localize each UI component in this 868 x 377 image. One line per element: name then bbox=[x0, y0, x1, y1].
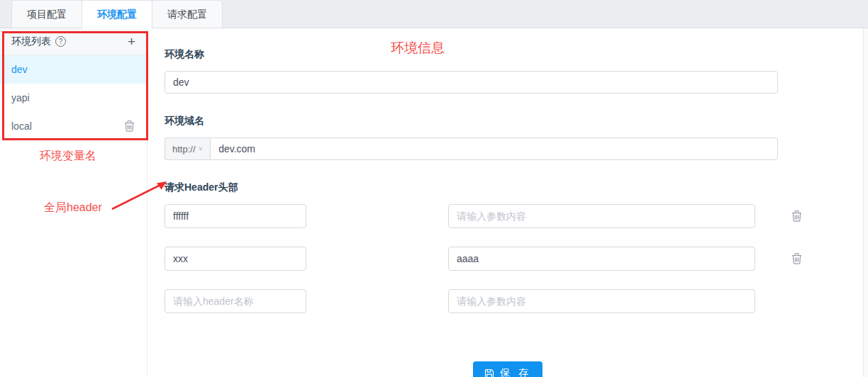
env-item-dev[interactable]: dev bbox=[0, 55, 147, 84]
protocol-value: http:// bbox=[172, 144, 196, 154]
env-item-yapi[interactable]: yapi bbox=[0, 84, 147, 112]
chevron-down-icon: ∨ bbox=[199, 146, 204, 152]
header-name-input-0[interactable] bbox=[165, 204, 306, 228]
delete-environment-icon[interactable] bbox=[123, 120, 135, 133]
env-name-input[interactable] bbox=[165, 71, 778, 94]
save-button[interactable]: 保 存 bbox=[473, 361, 542, 377]
header-row bbox=[165, 247, 863, 271]
environment-list-title: 环境列表 bbox=[11, 35, 51, 48]
request-header-label: 请求Header头部 bbox=[165, 181, 863, 194]
delete-header-row-icon[interactable] bbox=[791, 252, 803, 265]
env-domain-group: http:// ∨ bbox=[165, 137, 778, 160]
header-value-input-0[interactable] bbox=[448, 204, 755, 228]
env-domain-label: 环境域名 bbox=[165, 115, 863, 128]
env-item-label: dev bbox=[11, 64, 28, 75]
environment-form: 环境名称 环境域名 http:// ∨ 请求Header头部 bbox=[148, 28, 863, 377]
header-row bbox=[165, 204, 863, 228]
help-circle-icon[interactable]: ? bbox=[55, 36, 66, 47]
save-button-label: 保 存 bbox=[500, 367, 531, 377]
config-tab-bar: 项目配置 环境配置 请求配置 bbox=[0, 0, 868, 28]
env-item-label: yapi bbox=[11, 92, 30, 103]
env-domain-input[interactable] bbox=[210, 137, 778, 160]
env-name-label: 环境名称 bbox=[165, 48, 863, 61]
tab-environment-config[interactable]: 环境配置 bbox=[82, 0, 152, 28]
header-row bbox=[165, 289, 863, 313]
env-item-local[interactable]: local bbox=[0, 112, 147, 140]
env-item-label: local bbox=[11, 120, 32, 132]
header-name-input-2[interactable] bbox=[165, 289, 306, 313]
environment-list-header: 环境列表 ? + bbox=[0, 28, 147, 55]
add-environment-button[interactable]: + bbox=[128, 35, 135, 48]
delete-header-row-icon[interactable] bbox=[791, 210, 803, 223]
vertical-scrollbar[interactable] bbox=[863, 28, 868, 377]
protocol-select[interactable]: http:// ∨ bbox=[165, 137, 210, 160]
tab-request-config[interactable]: 请求配置 bbox=[152, 0, 223, 28]
header-value-input-2[interactable] bbox=[448, 289, 755, 313]
tab-project-config[interactable]: 项目配置 bbox=[11, 0, 82, 28]
header-name-input-1[interactable] bbox=[165, 247, 306, 271]
environment-sidebar: 环境列表 ? + dev yapi local bbox=[0, 28, 148, 377]
save-icon bbox=[484, 368, 494, 377]
header-value-input-1[interactable] bbox=[448, 247, 755, 271]
